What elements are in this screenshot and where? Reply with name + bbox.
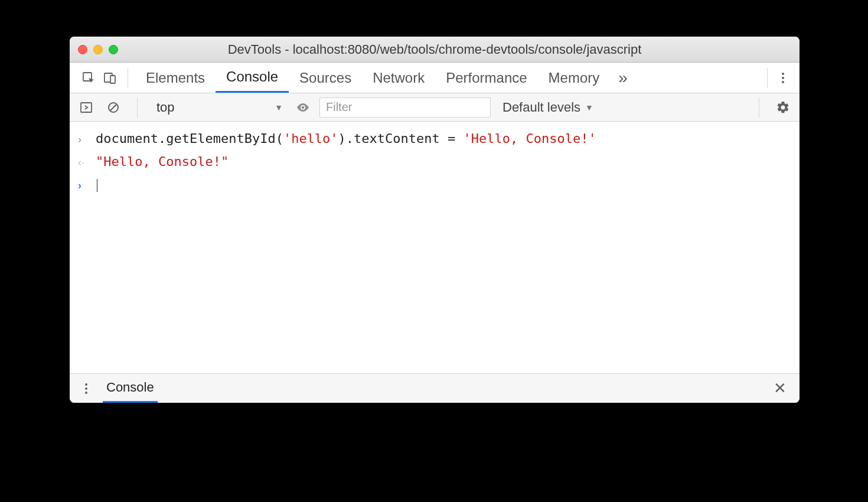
tab-memory[interactable]: Memory — [538, 63, 611, 93]
live-expression-icon[interactable] — [292, 97, 314, 118]
console-prompt-input[interactable] — [96, 176, 97, 194]
input-marker-icon: › — [78, 132, 89, 147]
separator — [137, 97, 138, 118]
minimize-window-button[interactable] — [93, 45, 103, 54]
svg-rect-2 — [110, 76, 115, 83]
tab-network[interactable]: Network — [362, 63, 435, 93]
traffic-lights — [78, 45, 118, 54]
drawer-tab-console[interactable]: Console — [103, 374, 158, 403]
console-result-row: ‹· "Hello, Console!" — [70, 151, 800, 174]
execution-context-select[interactable]: top ▼ — [151, 100, 286, 115]
prompt-marker-icon: › — [78, 178, 89, 193]
separator — [759, 97, 759, 118]
chevron-down-icon: ▼ — [275, 103, 283, 112]
levels-label: Default levels — [502, 100, 580, 115]
separator — [128, 68, 128, 88]
output-marker-icon: ‹· — [78, 155, 89, 170]
context-value: top — [156, 100, 175, 115]
close-window-button[interactable] — [78, 45, 87, 54]
device-toolbar-icon[interactable] — [99, 67, 120, 89]
window-title: DevTools - localhost:8080/web/tools/chro… — [70, 42, 800, 57]
close-drawer-icon[interactable]: ✕ — [769, 379, 791, 397]
console-output[interactable]: › document.getElementById('hello').textC… — [70, 122, 800, 373]
settings-menu-icon[interactable] — [775, 73, 791, 83]
inspect-element-icon[interactable] — [78, 67, 99, 89]
clear-console-icon[interactable] — [103, 97, 124, 118]
drawer: Console ✕ — [70, 373, 800, 403]
separator — [767, 68, 768, 88]
more-tabs-icon[interactable]: » — [610, 69, 636, 87]
tab-sources[interactable]: Sources — [289, 63, 362, 93]
console-command: document.getElementById('hello').textCon… — [96, 130, 596, 148]
chevron-down-icon: ▼ — [585, 103, 593, 112]
drawer-menu-icon[interactable] — [78, 383, 94, 394]
tab-elements[interactable]: Elements — [135, 63, 216, 93]
console-sidebar-toggle-icon[interactable] — [76, 97, 97, 118]
devtools-window: DevTools - localhost:8080/web/tools/chro… — [70, 37, 800, 403]
panel-tabs: Elements Console Sources Network Perform… — [70, 63, 800, 93]
tab-console[interactable]: Console — [216, 63, 289, 93]
svg-point-6 — [302, 106, 304, 109]
maximize-window-button[interactable] — [109, 45, 118, 54]
tab-performance[interactable]: Performance — [435, 63, 537, 93]
console-input-row: › document.getElementById('hello').textC… — [70, 128, 800, 151]
log-levels-select[interactable]: Default levels ▼ — [497, 100, 599, 115]
console-settings-icon[interactable] — [772, 97, 794, 118]
titlebar: DevTools - localhost:8080/web/tools/chro… — [70, 37, 800, 63]
svg-line-5 — [110, 105, 116, 110]
console-result: "Hello, Console!" — [96, 153, 229, 171]
svg-rect-3 — [81, 103, 92, 112]
filter-input[interactable] — [319, 97, 491, 118]
console-toolbar: top ▼ Default levels ▼ — [70, 93, 800, 122]
console-prompt-row[interactable]: › — [70, 174, 800, 197]
